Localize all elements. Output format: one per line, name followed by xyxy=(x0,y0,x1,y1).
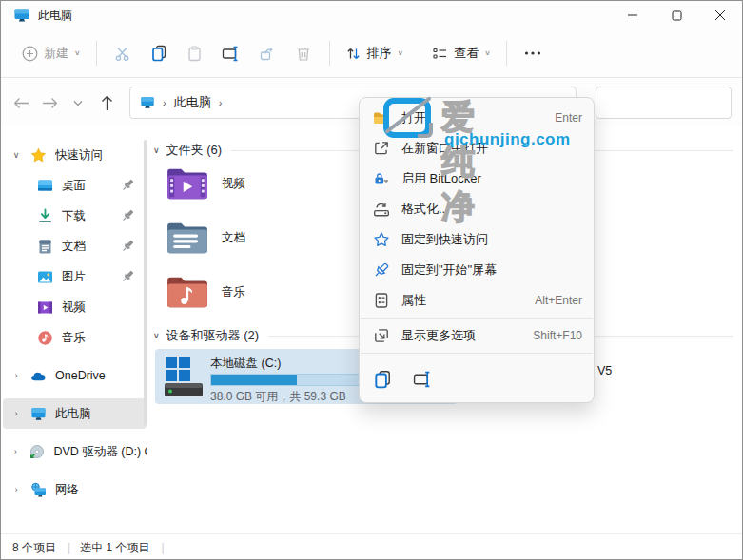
paste-button[interactable] xyxy=(177,37,213,69)
cut-button[interactable] xyxy=(105,37,141,69)
local-disk-icon xyxy=(164,355,204,398)
copy-button[interactable] xyxy=(141,37,177,69)
chevron-collapsed-icon[interactable]: › xyxy=(10,409,22,418)
show-more-options-icon xyxy=(373,327,390,344)
rename-icon xyxy=(222,46,240,62)
drive-usage-bar-fill xyxy=(211,375,297,385)
sidebar-item-label: 视频 xyxy=(62,299,86,316)
sidebar-item-label: DVD 驱动器 (D:) CP xyxy=(53,444,147,460)
open-new-window-icon xyxy=(373,140,390,157)
back-button[interactable] xyxy=(7,88,35,117)
sidebar-item-pictures[interactable]: 图片 xyxy=(3,261,147,292)
sidebar-item-documents[interactable]: 文档 xyxy=(3,231,147,261)
sort-icon xyxy=(345,46,362,62)
network-icon xyxy=(30,482,47,498)
pin-icon xyxy=(121,208,135,222)
folder-tile-documents[interactable]: 文档 xyxy=(166,220,245,256)
context-menu-footer xyxy=(360,356,594,403)
sidebar-item-dvd-drive[interactable]: › DVD 驱动器 (D:) CP xyxy=(3,436,147,467)
menu-item-pin-to-start[interactable]: 固定到"开始"屏幕 xyxy=(360,255,594,285)
navigation-pane: ∨ 快速访问 桌面 下载 文档 图片 xyxy=(1,126,148,533)
sidebar-item-music[interactable]: 音乐 xyxy=(3,322,147,353)
sidebar-item-label: OneDrive xyxy=(55,369,106,382)
command-bar: 新建 ∨ 排序 ∨ 查看 ∨ xyxy=(1,29,742,78)
sidebar-item-label: 文档 xyxy=(62,239,86,255)
videos-folder-icon xyxy=(166,165,209,202)
maximize-button[interactable] xyxy=(655,1,698,29)
sidebar-item-videos[interactable]: 视频 xyxy=(3,292,147,322)
more-options-button[interactable] xyxy=(515,37,551,69)
menu-separator xyxy=(361,318,593,319)
share-button[interactable] xyxy=(249,37,285,69)
sidebar-item-label: 此电脑 xyxy=(55,406,91,422)
sidebar-item-this-pc[interactable]: › 此电脑 xyxy=(3,398,147,429)
arrow-right-icon xyxy=(42,97,58,109)
sidebar-item-onedrive[interactable]: › OneDrive xyxy=(3,360,147,391)
sidebar-item-label: 网络 xyxy=(55,482,79,498)
chevron-down-icon: ∨ xyxy=(398,49,404,57)
chevron-collapsed-icon[interactable]: › xyxy=(10,371,22,380)
folder-tile-videos[interactable]: 视频 xyxy=(166,165,245,202)
arrow-up-icon xyxy=(101,95,113,111)
close-button[interactable] xyxy=(698,1,742,29)
onedrive-icon xyxy=(30,368,47,384)
rename-button[interactable] xyxy=(213,37,249,69)
sidebar-item-label: 音乐 xyxy=(62,330,86,346)
sidebar-item-label: 快速访问 xyxy=(55,147,103,164)
sidebar-item-label: 下载 xyxy=(62,208,86,224)
forward-button[interactable] xyxy=(35,88,64,117)
view-button[interactable]: 查看 ∨ xyxy=(424,39,499,68)
cut-icon xyxy=(114,46,130,62)
arrow-left-icon xyxy=(13,97,29,109)
recent-locations-button[interactable] xyxy=(64,88,92,117)
music-icon xyxy=(37,330,53,346)
chevron-expanded-icon[interactable]: ∨ xyxy=(10,150,22,160)
rename-icon[interactable] xyxy=(413,370,432,389)
menu-item-open-new-window[interactable]: 在新窗口中打开 xyxy=(360,133,594,164)
properties-icon xyxy=(373,292,390,309)
breadcrumb-this-pc[interactable]: 此电脑 xyxy=(174,94,211,111)
menu-item-open[interactable]: 打开 Enter xyxy=(360,103,594,133)
minimize-button[interactable] xyxy=(611,1,655,29)
drive-capacity-text: 38.0 GB 可用，共 59.3 GB xyxy=(210,389,346,405)
toolbar-separator xyxy=(96,41,97,66)
up-button[interactable] xyxy=(92,88,121,117)
chevron-expanded-icon[interactable]: ∨ xyxy=(153,145,160,155)
pictures-icon xyxy=(37,269,53,285)
breadcrumb-separator: › xyxy=(163,97,166,108)
sidebar-item-network[interactable]: › 网络 xyxy=(3,474,147,505)
bitlocker-lock-icon xyxy=(373,170,390,187)
chevron-collapsed-icon[interactable]: › xyxy=(10,485,22,494)
trash-icon xyxy=(296,46,311,62)
new-button[interactable]: 新建 ∨ xyxy=(14,39,88,68)
status-separator: | xyxy=(161,541,164,554)
documents-folder-icon xyxy=(166,220,209,256)
chevron-expanded-icon[interactable]: ∨ xyxy=(153,331,160,340)
dvd-drive-label-fragment: V5 xyxy=(597,364,612,377)
sidebar-item-desktop[interactable]: 桌面 xyxy=(3,170,147,201)
menu-item-show-more-options[interactable]: 显示更多选项 Shift+F10 xyxy=(360,320,594,351)
desktop-icon xyxy=(37,178,53,194)
menu-item-format[interactable]: 格式化... xyxy=(360,194,594,224)
chevron-collapsed-icon[interactable]: › xyxy=(10,447,20,456)
sidebar-item-downloads[interactable]: 下载 xyxy=(3,201,147,231)
view-button-label: 查看 xyxy=(454,45,479,62)
copy-icon[interactable] xyxy=(373,370,392,389)
menu-item-pin-quick-access[interactable]: 固定到快速访问 xyxy=(360,224,594,255)
menu-item-enable-bitlocker[interactable]: 启用 BitLocker xyxy=(360,164,594,194)
this-pc-icon xyxy=(30,406,47,422)
menu-item-properties[interactable]: 属性 Alt+Enter xyxy=(360,285,594,316)
sort-button[interactable]: 排序 ∨ xyxy=(338,39,412,68)
folder-tile-music[interactable]: 音乐 xyxy=(166,274,245,310)
sidebar-scrollbar[interactable] xyxy=(144,140,147,425)
sidebar-item-label: 图片 xyxy=(62,269,86,285)
delete-button[interactable] xyxy=(285,37,322,69)
sidebar-item-label: 桌面 xyxy=(62,178,86,194)
sidebar-item-quick-access[interactable]: ∨ 快速访问 xyxy=(3,140,147,170)
view-icon xyxy=(432,46,448,62)
new-button-label: 新建 xyxy=(44,45,68,62)
search-input[interactable] xyxy=(596,87,732,119)
chevron-down-icon xyxy=(73,100,83,106)
folder-label: 文档 xyxy=(222,230,245,246)
this-pc-icon xyxy=(140,95,155,110)
